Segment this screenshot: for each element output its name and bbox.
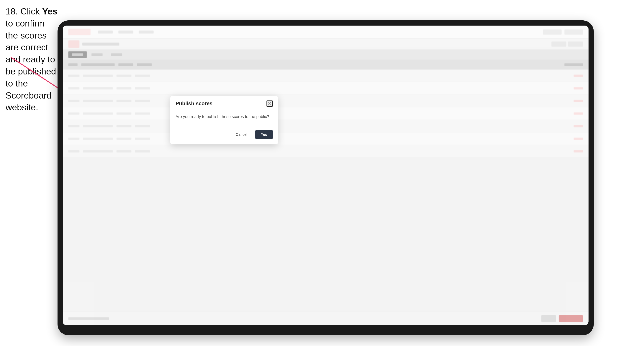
bold-yes: Yes bbox=[42, 6, 58, 16]
dialog-title: Publish scores bbox=[176, 101, 212, 107]
table-row bbox=[63, 133, 588, 145]
th-total bbox=[137, 63, 152, 66]
app-nav bbox=[98, 30, 154, 33]
subheader-logo bbox=[68, 40, 80, 48]
publish-scores-dialog: Publish scores ✕ Are you ready to publis… bbox=[170, 96, 278, 144]
dialog-close-button[interactable]: ✕ bbox=[266, 100, 273, 107]
app-background bbox=[63, 25, 588, 325]
bottom-buttons bbox=[541, 315, 583, 322]
table-row bbox=[63, 69, 588, 82]
dialog-cancel-button[interactable]: Cancel bbox=[230, 130, 252, 139]
tab-details bbox=[88, 51, 106, 58]
tablet-frame: Publish scores ✕ Are you ready to publis… bbox=[58, 20, 594, 335]
dialog-body: Are you ready to publish these scores to… bbox=[170, 114, 278, 130]
tab-settings bbox=[107, 51, 126, 58]
table-row bbox=[63, 82, 588, 95]
app-header-right bbox=[543, 29, 583, 35]
th-rank bbox=[68, 63, 78, 66]
app-header bbox=[63, 25, 588, 38]
th-notes bbox=[564, 63, 583, 66]
header-btn-1 bbox=[543, 29, 562, 35]
step-number: 18. bbox=[6, 6, 18, 16]
instruction-text: 18. Click Yes to confirm the scores are … bbox=[6, 5, 59, 114]
dialog-footer: Cancel Yes bbox=[170, 130, 278, 144]
subheader-right bbox=[552, 41, 583, 47]
th-score bbox=[118, 63, 133, 66]
app-subheader bbox=[63, 38, 588, 50]
dialog-header: Publish scores ✕ bbox=[170, 96, 278, 110]
header-btn-2 bbox=[564, 29, 583, 35]
subheader-btn-2 bbox=[568, 41, 583, 47]
table-row bbox=[63, 120, 588, 133]
table-body bbox=[63, 69, 588, 158]
nav-item-1 bbox=[98, 30, 113, 33]
table-row bbox=[63, 95, 588, 107]
bottom-pagination bbox=[68, 317, 109, 320]
nav-item-2 bbox=[118, 30, 133, 33]
subheader-btn-1 bbox=[552, 41, 566, 47]
tab-settings-label bbox=[111, 53, 122, 56]
dialog-divider bbox=[170, 110, 278, 110]
table-row bbox=[63, 145, 588, 158]
bottom-cancel-btn bbox=[541, 315, 556, 322]
bottom-publish-btn bbox=[559, 315, 583, 322]
table-row bbox=[63, 107, 588, 120]
table-header bbox=[63, 60, 588, 69]
subheader-title bbox=[82, 43, 119, 46]
tab-scores bbox=[68, 51, 87, 58]
tab-scores-label bbox=[72, 53, 83, 56]
app-tabs bbox=[63, 50, 588, 60]
tab-details-label bbox=[92, 53, 102, 56]
tablet-screen: Publish scores ✕ Are you ready to publis… bbox=[63, 25, 588, 325]
nav-item-3 bbox=[139, 30, 154, 33]
app-logo bbox=[68, 29, 90, 35]
dialog-yes-button[interactable]: Yes bbox=[255, 130, 273, 139]
app-bottom-bar bbox=[63, 312, 588, 325]
th-name bbox=[81, 63, 115, 66]
dialog-message: Are you ready to publish these scores to… bbox=[176, 114, 273, 120]
